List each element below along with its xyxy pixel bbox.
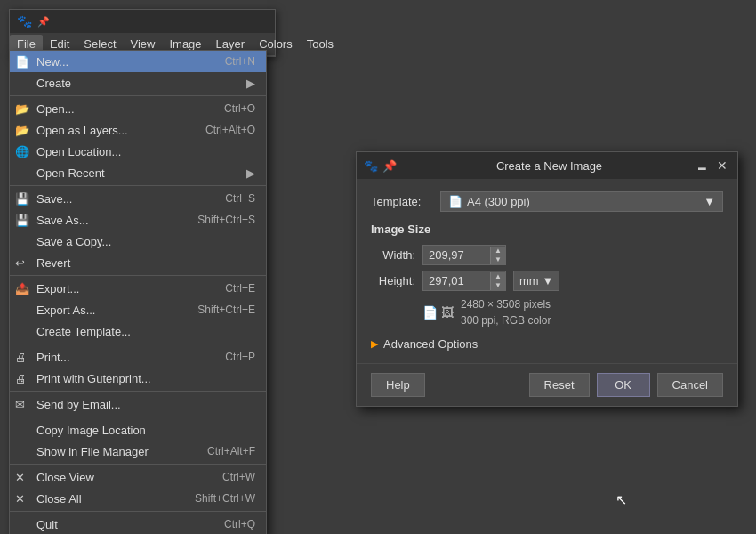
quit-shortcut: Ctrl+Q	[224, 518, 255, 530]
menu-item-save-label: Save...	[36, 192, 72, 206]
menu-item-save-as-label: Save As...	[36, 214, 89, 227]
menu-item-create-template[interactable]: Create Template...	[10, 320, 266, 342]
advanced-options-section[interactable]: ▶ Advanced Options	[371, 337, 723, 351]
portrait-icon: 📄	[422, 305, 438, 320]
menu-item-create[interactable]: Create ▶	[10, 72, 266, 93]
menu-item-show-manager-label: Show in File Manager	[36, 445, 149, 458]
width-label: Width:	[371, 248, 415, 262]
menu-item-show-manager[interactable]: Show in File Manager Ctrl+Alt+F	[10, 441, 266, 462]
menu-item-open[interactable]: 📂 Open... Ctrl+O	[10, 98, 266, 119]
ok-button[interactable]: OK	[597, 373, 650, 397]
template-value: A4 (300 ppi)	[467, 195, 530, 208]
menu-item-save-as[interactable]: 💾 Save As... Shift+Ctrl+S	[10, 209, 266, 231]
menu-item-close-view[interactable]: ✕ Close View Ctrl+W	[10, 466, 266, 488]
menu-item-open-recent-label: Open Recent	[36, 166, 105, 180]
dialog-footer: Help Reset OK Cancel	[357, 363, 737, 406]
dialog-close-button[interactable]: ✕	[714, 159, 730, 172]
menu-item-print[interactable]: 🖨 Print... Ctrl+P	[10, 346, 266, 368]
height-spin-up[interactable]: ▲	[490, 272, 505, 281]
landscape-icon: 🖼	[441, 305, 454, 320]
menu-item-new[interactable]: 📄 New... Ctrl+N	[10, 51, 266, 72]
gimp-icon: 🐾	[17, 14, 32, 28]
width-input[interactable]	[423, 246, 490, 264]
revert-icon: ↩	[15, 256, 25, 270]
menu-item-print-label: Print...	[36, 351, 70, 364]
separator-6	[10, 417, 266, 417]
dialog-titlebar: 🐾 📌 Create a New Image 🗕 ✕	[357, 152, 737, 179]
separator-1	[10, 95, 266, 96]
menu-item-open-layers-label: Open as Layers...	[36, 124, 128, 137]
close-all-shortcut: Shift+Ctrl+W	[195, 492, 255, 505]
save-as-shortcut: Shift+Ctrl+S	[197, 214, 255, 226]
height-spin-buttons: ▲ ▼	[490, 272, 505, 290]
help-button[interactable]: Help	[371, 373, 425, 397]
menu-item-copy-location[interactable]: Copy Image Location	[10, 419, 266, 441]
advanced-options-label: Advanced Options	[383, 337, 478, 351]
export-as-shortcut: Shift+Ctrl+E	[197, 303, 255, 316]
new-shortcut: Ctrl+N	[225, 55, 255, 68]
width-input-wrapper: ▲ ▼	[422, 245, 506, 265]
toolbox-titlebar: 🐾 📌	[10, 10, 275, 33]
unit-select[interactable]: mm ▼	[513, 271, 560, 291]
menu-item-revert[interactable]: ↩ Revert	[10, 252, 266, 273]
create-new-image-dialog: 🐾 📌 Create a New Image 🗕 ✕ Template: 📄 A…	[356, 151, 738, 407]
dialog-window-controls: 🗕 ✕	[693, 159, 730, 172]
color-info: 300 ppi, RGB color	[461, 312, 551, 328]
menu-item-copy-location-label: Copy Image Location	[36, 424, 146, 437]
menu-item-export-as-label: Export As...	[36, 303, 95, 317]
menu-item-close-all[interactable]: ✕ Close All Shift+Ctrl+W	[10, 488, 266, 509]
dialog-gimp-icon: 🐾	[364, 159, 378, 173]
close-view-icon: ✕	[15, 471, 25, 484]
menu-item-send-email[interactable]: ✉ Send by Email...	[10, 393, 266, 415]
width-row: Width: ▲ ▼	[371, 245, 723, 265]
menu-item-send-email-label: Send by Email...	[36, 398, 121, 411]
unit-value: mm	[519, 274, 539, 287]
dialog-content: Template: 📄 A4 (300 ppi) ▼ Image Size Wi…	[357, 179, 737, 363]
save-as-icon: 💾	[15, 214, 29, 227]
pin-icon: 📌	[37, 16, 50, 28]
menu-tools[interactable]: Tools	[300, 35, 341, 53]
cancel-button[interactable]: Cancel	[657, 373, 723, 397]
dialog-title-icons: 🐾 📌	[364, 159, 397, 173]
height-input[interactable]	[423, 271, 490, 290]
pixels-info: 2480 × 3508 pixels	[461, 296, 551, 312]
close-all-icon: ✕	[15, 492, 25, 506]
height-spin-down[interactable]: ▼	[490, 281, 505, 290]
open-layers-icon: 📂	[15, 124, 29, 137]
height-input-wrapper: ▲ ▼	[422, 271, 506, 291]
print-icon: 🖨	[15, 351, 27, 364]
dialog-minimize-button[interactable]: 🗕	[693, 159, 711, 172]
menu-item-open-location[interactable]: 🌐 Open Location...	[10, 141, 266, 162]
menu-item-open-label: Open...	[36, 102, 75, 116]
email-icon: ✉	[15, 398, 25, 411]
menu-item-print-guten-label: Print with Gutenprint...	[36, 372, 151, 385]
menu-item-quit[interactable]: Quit Ctrl+Q	[10, 514, 266, 534]
dialog-title: Create a New Image	[406, 159, 693, 173]
export-icon: 📤	[15, 282, 29, 295]
footer-right: Reset OK Cancel	[529, 373, 723, 397]
menu-item-create-label: Create	[36, 77, 71, 90]
width-spin-up[interactable]: ▲	[490, 247, 505, 255]
menu-item-print-guten[interactable]: 🖨 Print with Gutenprint...	[10, 368, 266, 389]
height-row: Height: ▲ ▼ mm ▼	[371, 271, 723, 291]
pixel-info-row: 📄 🖼 2480 × 3508 pixels 300 ppi, RGB colo…	[371, 296, 723, 328]
template-select[interactable]: 📄 A4 (300 ppi) ▼	[440, 191, 723, 212]
width-spin-down[interactable]: ▼	[490, 255, 505, 264]
menu-item-export-as[interactable]: Export As... Shift+Ctrl+E	[10, 299, 266, 320]
menu-item-new-label: New...	[36, 55, 68, 69]
menu-item-save[interactable]: 💾 Save... Ctrl+S	[10, 188, 266, 209]
menu-item-quit-label: Quit	[36, 518, 58, 531]
menu-item-open-recent[interactable]: Open Recent ▶	[10, 162, 266, 183]
menu-item-save-copy[interactable]: Save a Copy...	[10, 231, 266, 252]
dialog-pin-icon: 📌	[382, 159, 397, 173]
template-row: Template: 📄 A4 (300 ppi) ▼	[371, 191, 723, 212]
menu-item-open-layers[interactable]: 📂 Open as Layers... Ctrl+Alt+O	[10, 119, 266, 141]
template-label: Template:	[371, 195, 433, 208]
info-icons: 📄 🖼	[422, 305, 454, 320]
open-layers-shortcut: Ctrl+Alt+O	[205, 124, 255, 136]
menu-item-export[interactable]: 📤 Export... Ctrl+E	[10, 278, 266, 299]
open-recent-arrow: ▶	[246, 166, 255, 180]
file-dropdown-menu: 📄 New... Ctrl+N Create ▶ 📂 Open... Ctrl+…	[9, 50, 267, 534]
reset-button[interactable]: Reset	[529, 373, 590, 397]
template-dropdown-arrow: ▼	[704, 195, 715, 208]
